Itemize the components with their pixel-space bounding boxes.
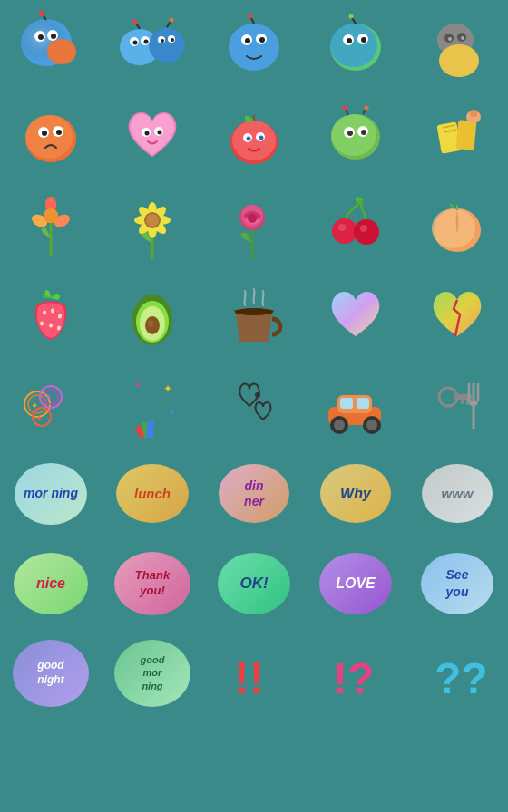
svg-text:✦: ✦: [134, 380, 142, 390]
svg-point-45: [25, 115, 73, 159]
svg-point-66: [343, 106, 347, 111]
sticker-nice: nice: [13, 549, 90, 617]
sticker-double-question: ??: [416, 634, 498, 711]
svg-point-108: [432, 208, 475, 248]
cell-r2c5[interactable]: [406, 90, 508, 179]
svg-text:!!: !!: [234, 652, 264, 703]
cell-r3c4[interactable]: [305, 179, 406, 269]
svg-point-13: [132, 41, 137, 45]
cell-r5c5[interactable]: [406, 359, 508, 449]
cell-r4c1[interactable]: [0, 269, 102, 359]
svg-point-27: [259, 37, 265, 43]
cell-r1c1[interactable]: [0, 0, 102, 90]
sticker-blue-blob: [213, 6, 295, 83]
sticker-apple-face: [213, 96, 295, 173]
sticker-small-hearts: [213, 365, 295, 442]
svg-point-6: [51, 34, 56, 39]
svg-point-53: [158, 130, 162, 135]
cell-r4c2[interactable]: [102, 269, 203, 359]
svg-point-18: [171, 38, 174, 42]
svg-point-142: [334, 420, 345, 430]
sticker-pink-heart: [112, 96, 193, 173]
cell-r8c5[interactable]: ??: [406, 628, 508, 718]
cell-r4c5[interactable]: [406, 269, 508, 359]
cell-r4c3[interactable]: [203, 269, 305, 359]
cell-r3c1[interactable]: [0, 179, 102, 269]
svg-point-78: [470, 110, 477, 117]
svg-point-71: [347, 130, 353, 136]
cell-r7c3[interactable]: OK!: [203, 538, 305, 628]
sticker-blob-pair: [112, 6, 193, 83]
svg-point-49: [56, 130, 62, 135]
svg-text:!?: !?: [333, 654, 374, 702]
cell-r5c1[interactable]: ✦ ✦ ✦: [0, 359, 102, 449]
cell-r1c5[interactable]: [406, 0, 508, 90]
svg-point-26: [245, 38, 250, 44]
cell-r3c5[interactable]: [406, 179, 508, 269]
svg-rect-74: [456, 120, 477, 150]
cell-r5c3[interactable]: [203, 359, 305, 449]
cell-r8c4[interactable]: !?: [305, 628, 406, 718]
cell-r1c2[interactable]: [102, 0, 203, 90]
good-night-text: goodnight: [37, 659, 64, 687]
svg-point-114: [49, 323, 53, 327]
svg-point-136: [255, 392, 260, 398]
good-morning-text: goodmorning: [141, 653, 165, 692]
sticker-green-blob: [315, 96, 396, 173]
cell-r3c2[interactable]: [102, 179, 203, 269]
cell-r8c1[interactable]: goodnight: [0, 628, 102, 718]
see-you-text: Seeyou: [446, 566, 469, 599]
sticker-lunch: lunch: [114, 459, 191, 527]
svg-rect-148: [461, 400, 464, 404]
cell-r2c4[interactable]: [305, 90, 406, 179]
svg-point-106: [360, 225, 367, 232]
svg-point-57: [232, 121, 276, 160]
svg-point-2: [47, 39, 76, 64]
svg-point-17: [161, 39, 164, 43]
cell-r4c4[interactable]: [305, 269, 406, 359]
cell-r6c2[interactable]: lunch: [102, 449, 203, 538]
sticker-flower-stem: [10, 186, 92, 263]
cell-r5c2[interactable]: ✦ ✦ ✦: [102, 359, 203, 449]
svg-point-105: [338, 224, 346, 231]
cell-r8c2[interactable]: goodmorning: [102, 628, 203, 718]
svg-point-102: [248, 214, 257, 223]
sticker-strawberry: [10, 276, 92, 353]
cell-r6c1[interactable]: mor ning: [0, 449, 102, 538]
svg-point-10: [149, 28, 185, 63]
svg-point-120: [148, 320, 153, 327]
cell-r7c4[interactable]: LOVE: [305, 538, 406, 628]
sticker-why: Why: [318, 459, 395, 527]
sticker-broken-heart: [416, 276, 498, 353]
morning-text: mor ning: [24, 486, 78, 501]
sticker-www: www: [419, 459, 496, 527]
sticker-coffee-cup: [213, 276, 295, 353]
svg-point-98: [146, 214, 159, 227]
cell-r2c3[interactable]: [203, 90, 305, 179]
cell-r8c3[interactable]: !!: [203, 628, 305, 718]
sticker-see-you: Seeyou: [419, 549, 496, 617]
cell-r3c3[interactable]: [203, 179, 305, 269]
svg-point-62: [259, 135, 264, 140]
cell-r1c4[interactable]: [305, 0, 406, 90]
cell-r5c4[interactable]: [305, 359, 406, 449]
svg-point-43: [461, 36, 464, 40]
svg-point-29: [249, 14, 253, 19]
cell-r6c5[interactable]: www: [406, 449, 508, 538]
cell-r7c5[interactable]: Seeyou: [406, 538, 508, 628]
cell-r2c2[interactable]: [102, 90, 203, 179]
cell-r7c1[interactable]: nice: [0, 538, 102, 628]
svg-point-35: [361, 37, 366, 43]
svg-point-144: [366, 420, 377, 430]
svg-point-48: [42, 130, 47, 136]
cell-r6c4[interactable]: Why: [305, 449, 406, 538]
svg-point-61: [247, 136, 251, 140]
cell-r1c3[interactable]: [203, 0, 305, 90]
svg-point-31: [330, 24, 377, 67]
cell-r6c3[interactable]: dinner: [203, 449, 305, 538]
svg-point-68: [365, 106, 369, 111]
cell-r7c2[interactable]: Thankyou!: [102, 538, 203, 628]
cell-r2c1[interactable]: [0, 90, 102, 179]
sticker-yellow-flower: [112, 186, 193, 263]
cell-r9c4: [305, 718, 406, 807]
